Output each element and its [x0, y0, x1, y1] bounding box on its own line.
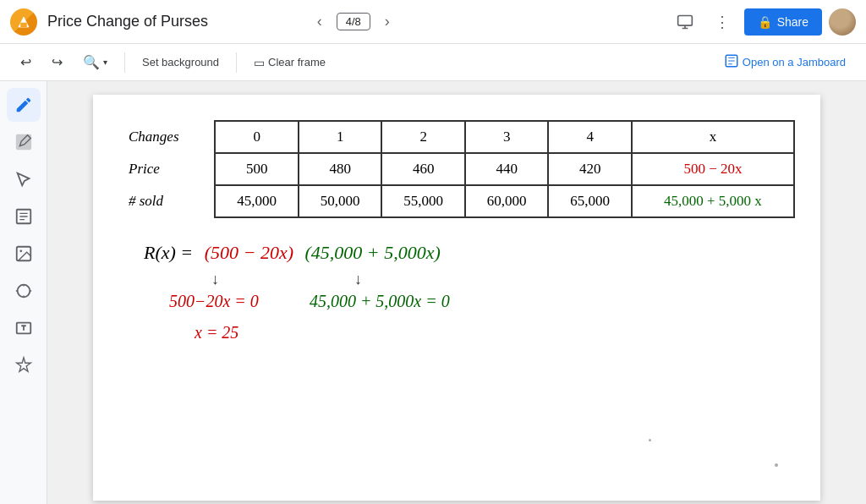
price-cell-3: 440: [465, 153, 549, 185]
sold-cell-4: 65,000: [548, 185, 632, 217]
slide-canvas: Changes 0 1 2 3 4 x Price 500: [93, 95, 820, 501]
laser-tool-button[interactable]: [7, 348, 41, 382]
col-header-3: 3: [465, 121, 549, 153]
toolbar-divider-2: [236, 52, 237, 73]
price-cell-x: 500 − 20x: [632, 153, 794, 185]
sticky-note-button[interactable]: [7, 200, 41, 233]
table-section: Changes 0 1 2 3 4 x Price 500: [118, 120, 795, 218]
price-cell-1: 480: [299, 153, 382, 185]
redo-icon: ↪: [52, 54, 63, 70]
sold-cell-2: 55,000: [381, 185, 465, 217]
frame-icon: ▭: [254, 56, 265, 69]
user-avatar[interactable]: [829, 8, 856, 36]
slide-indicator: 4/8: [337, 13, 370, 30]
rx-red-factor: (500 − 20x): [205, 242, 299, 264]
prev-slide-button[interactable]: ‹: [306, 8, 333, 36]
rx-green-factor: (45,000 + 5,000x): [304, 242, 440, 264]
sold-cell-3: 60,000: [465, 185, 549, 217]
price-row: Price 500 480 460 440 420 500 − 20x: [118, 153, 794, 185]
topbar-actions: ⋮ 🔒 Share: [670, 7, 856, 37]
col-header-4: 4: [548, 121, 632, 153]
clear-frame-button[interactable]: ▭ Clear frame: [247, 52, 332, 73]
price-cell-0: 500: [215, 153, 299, 185]
red-equation: 500−20x = 0: [169, 292, 259, 311]
x-solution: x = 25: [195, 323, 238, 342]
lock-icon: 🔒: [758, 15, 772, 29]
math-section: R(x) = (500 − 20x) (45,000 + 5,000x) ↓ ↓…: [144, 242, 795, 342]
math-equations: 500−20x = 0 45,000 + 5,000x = 0: [169, 292, 795, 311]
jamboard-label: Open on a Jamboard: [743, 56, 846, 68]
zoom-arrow-icon: ▾: [103, 58, 107, 67]
jamboard-icon: [724, 53, 739, 71]
dot-decoration-1: [775, 463, 778, 467]
arrow-down-red: ↓: [211, 271, 219, 288]
math-arrows: ↓ ↓: [211, 271, 795, 288]
svg-point-6: [19, 249, 22, 252]
set-background-label: Set background: [142, 56, 219, 68]
open-jamboard-button[interactable]: Open on a Jamboard: [717, 50, 852, 74]
app-logo: [10, 8, 37, 36]
arrow-down-green: ↓: [354, 271, 362, 288]
sold-cell-1: 50,000: [299, 185, 382, 217]
topbar: Price Change of Purses ‹ 4/8 › ⋮ 🔒 Share: [0, 0, 866, 44]
svg-rect-2: [677, 15, 692, 25]
text-box-tool-button[interactable]: [7, 311, 41, 345]
share-button[interactable]: 🔒 Share: [744, 8, 822, 36]
col-header-0: 0: [215, 121, 299, 153]
math-rx-line: R(x) = (500 − 20x) (45,000 + 5,000x): [144, 242, 795, 264]
sold-label: # sold: [118, 185, 215, 217]
toolbar-divider: [124, 52, 125, 73]
shape-tool-button[interactable]: [7, 274, 41, 308]
pen-tool-button[interactable]: [7, 88, 41, 122]
sold-cell-0: 45,000: [215, 185, 299, 217]
main-layout: Changes 0 1 2 3 4 x Price 500: [0, 81, 866, 504]
svg-rect-1: [20, 22, 27, 26]
set-background-button[interactable]: Set background: [135, 52, 226, 72]
price-table: Changes 0 1 2 3 4 x Price 500: [118, 120, 795, 218]
table-corner: Changes: [118, 121, 215, 153]
present-button[interactable]: [670, 7, 700, 37]
undo-icon: ↩: [20, 54, 31, 70]
dot-decoration-2: [649, 439, 651, 441]
col-header-1: 1: [299, 121, 382, 153]
slide-navigation: ‹ 4/8 ›: [306, 8, 401, 36]
more-options-button[interactable]: ⋮: [707, 7, 737, 37]
zoom-icon: 🔍: [83, 54, 100, 70]
col-header-x: x: [632, 121, 794, 153]
math-solution: x = 25: [195, 323, 795, 342]
image-tool-button[interactable]: [7, 237, 41, 271]
marker-tool-button[interactable]: [7, 125, 41, 159]
undo-button[interactable]: ↩: [14, 51, 38, 74]
sold-cell-x: 45,000 + 5,000 x: [632, 185, 794, 217]
svg-point-7: [17, 285, 30, 298]
redo-button[interactable]: ↪: [45, 51, 69, 74]
sold-row: # sold 45,000 50,000 55,000 60,000 65,00…: [118, 185, 794, 217]
rx-prefix: R(x) =: [144, 242, 198, 264]
select-tool-button[interactable]: [7, 162, 41, 196]
price-label: Price: [118, 153, 215, 185]
doc-title: Price Change of Purses: [47, 13, 296, 30]
toolbar: ↩ ↪ 🔍 ▾ Set background ▭ Clear frame Ope…: [0, 44, 866, 81]
green-equation: 45,000 + 5,000x = 0: [310, 292, 450, 311]
canvas-area: Changes 0 1 2 3 4 x Price 500: [47, 81, 866, 504]
price-cell-2: 460: [381, 153, 465, 185]
next-slide-button[interactable]: ›: [374, 8, 401, 36]
clear-frame-label: Clear frame: [268, 56, 326, 68]
col-header-2: 2: [381, 121, 465, 153]
zoom-button[interactable]: 🔍 ▾: [76, 51, 114, 74]
price-cell-4: 420: [548, 153, 632, 185]
sidebar: [0, 81, 47, 504]
